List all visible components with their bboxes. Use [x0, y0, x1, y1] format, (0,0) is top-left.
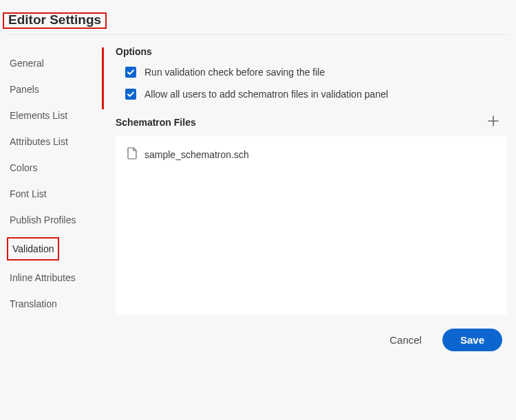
- sidebar-item-attributes-list[interactable]: Attributes List: [7, 129, 71, 155]
- page-title: Editor Settings: [8, 12, 101, 27]
- sidebar-item-font-list[interactable]: Font List: [7, 181, 50, 207]
- sidebar-item-validation[interactable]: Validation: [11, 240, 55, 258]
- file-name: sample_schematron.sch: [144, 149, 249, 160]
- sidebar-highlight: Validation: [7, 237, 59, 261]
- sidebar-item-elements-list[interactable]: Elements List: [7, 102, 70, 129]
- save-button[interactable]: Save: [442, 329, 502, 351]
- sidebar-item-publish-profiles[interactable]: Publish Profiles: [7, 207, 79, 233]
- schematron-files-title: Schematron Files: [116, 117, 196, 128]
- sidebar-item-colors[interactable]: Colors: [7, 155, 40, 181]
- options-highlight-bar: [102, 47, 104, 109]
- file-icon: [127, 147, 138, 162]
- footer: Cancel Save: [102, 329, 509, 351]
- sidebar-item-general[interactable]: General: [7, 50, 47, 76]
- option-row-allow-add-schematron: Allow all users to add schematron files …: [116, 89, 509, 100]
- main-panel: Options Run validation check before savi…: [95, 43, 509, 351]
- option-label: Allow all users to add schematron files …: [144, 89, 388, 100]
- checkbox-validate-before-save[interactable]: [125, 67, 136, 78]
- plus-icon: [487, 115, 499, 127]
- title-highlight: Editor Settings: [3, 12, 107, 29]
- options-title: Options: [116, 46, 509, 57]
- cancel-button[interactable]: Cancel: [383, 329, 429, 351]
- schematron-files-panel: sample_schematron.sch: [116, 136, 506, 315]
- check-icon: [127, 90, 135, 98]
- sidebar: General Panels Elements List Attributes …: [7, 43, 95, 317]
- sidebar-item-panels[interactable]: Panels: [7, 76, 42, 102]
- check-icon: [127, 68, 135, 76]
- option-row-validate-before-save: Run validation check before saving the f…: [116, 67, 509, 78]
- add-schematron-button[interactable]: [484, 112, 502, 132]
- sidebar-item-inline-attributes[interactable]: Inline Attributes: [7, 265, 78, 291]
- list-item[interactable]: sample_schematron.sch: [118, 144, 504, 164]
- option-label: Run validation check before saving the f…: [144, 67, 325, 78]
- checkbox-allow-add-schematron[interactable]: [125, 89, 136, 100]
- sidebar-item-translation[interactable]: Translation: [7, 291, 60, 317]
